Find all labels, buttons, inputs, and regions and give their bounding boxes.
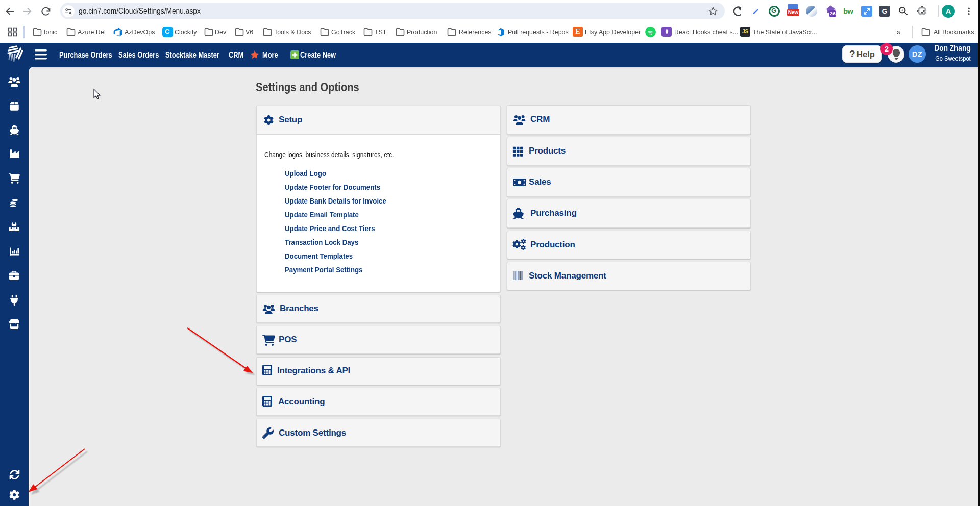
svg-text:26: 26 xyxy=(830,11,836,16)
